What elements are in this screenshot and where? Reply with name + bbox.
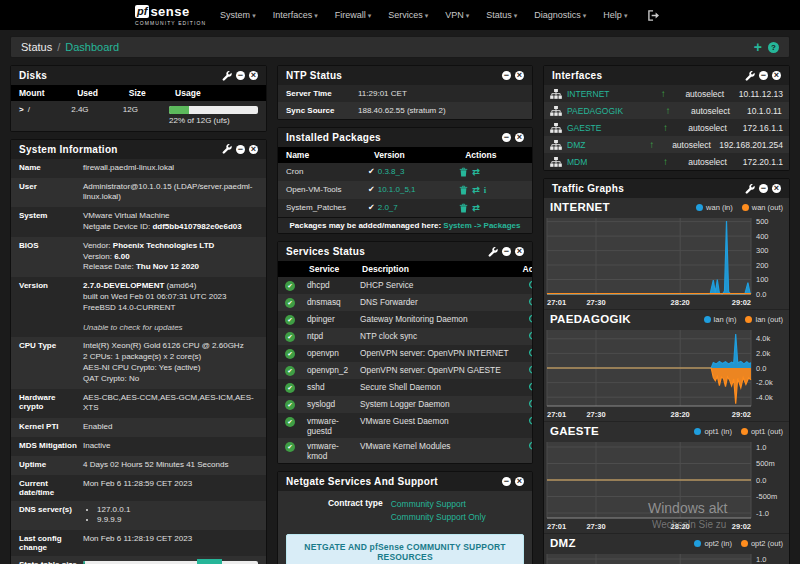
reinstall-icon[interactable]: ⇄ [472, 204, 480, 213]
disk-mount[interactable]: >/ [11, 101, 69, 131]
interface-row: INTERNET↑autoselect10.11.12.13 [544, 85, 789, 102]
menu-vpn[interactable]: VPN▾ [445, 10, 469, 20]
collapse-icon[interactable]: − [502, 71, 511, 80]
restart-icon[interactable] [528, 399, 533, 409]
restart-icon[interactable] [528, 441, 533, 451]
close-icon[interactable]: × [249, 71, 258, 80]
restart-icon[interactable] [528, 348, 533, 358]
menu-firewall[interactable]: Firewall▾ [335, 10, 372, 20]
svg-text:-1.0: -1.0 [756, 509, 769, 518]
interface-link[interactable]: INTERNET [567, 89, 647, 99]
menu-services[interactable]: Services▾ [388, 10, 428, 20]
interface-link[interactable]: MDM [567, 157, 649, 167]
close-icon[interactable]: × [515, 133, 524, 142]
close-icon[interactable]: × [515, 71, 524, 80]
restart-icon[interactable] [528, 297, 533, 307]
interface-link[interactable]: PAEDAGOGIK [567, 106, 651, 116]
column-1: Disks − × Mount Used Size Usage >/2.4G12… [10, 65, 267, 564]
service-row: ✔dnsmasqDNS Forwarder [278, 294, 533, 311]
reinstall-icon[interactable]: ⇄ [472, 168, 480, 177]
restart-icon[interactable] [528, 280, 533, 290]
wrench-icon[interactable] [222, 144, 232, 154]
help-icon[interactable]: ? [768, 42, 779, 53]
restart-icon[interactable] [528, 416, 533, 426]
wrench-icon[interactable] [745, 71, 755, 81]
trash-icon[interactable] [459, 167, 468, 177]
packages-link[interactable]: System -> Packages [443, 221, 520, 230]
package-version-link[interactable]: 2.0_7 [378, 203, 398, 212]
svg-text:27:01: 27:01 [547, 522, 566, 531]
wrench-icon[interactable] [488, 247, 498, 257]
panel-title: Installed Packages [286, 132, 381, 143]
info-icon[interactable]: i [484, 185, 487, 195]
menu-diagnostics[interactable]: Diagnostics▾ [534, 10, 586, 20]
package-name: System_Patches [278, 199, 366, 217]
graph-head: INTERNETwan (in)wan (out) [544, 199, 789, 215]
menu-interfaces[interactable]: Interfaces▾ [273, 10, 318, 20]
wrench-icon[interactable] [745, 184, 755, 194]
collapse-icon[interactable]: − [759, 71, 768, 80]
service-name: dnsmasq [301, 294, 354, 311]
close-icon[interactable]: × [515, 477, 524, 486]
sign-out-icon[interactable] [647, 10, 660, 21]
chevron-down-icon: ▾ [252, 12, 256, 19]
service-actions [515, 294, 533, 311]
sysinfo-row: BIOSVendor: Phoenix Technologies LTDVers… [11, 237, 266, 277]
restart-icon[interactable] [528, 382, 533, 392]
wrench-icon[interactable] [222, 71, 232, 81]
reinstall-icon[interactable]: ⇄ [472, 186, 480, 195]
value-line: AES-NI CPU Crypto: Yes (active) [83, 363, 258, 374]
collapse-icon[interactable]: − [759, 184, 768, 193]
legend-item: lan (out) [745, 315, 783, 324]
svg-text:2.0k: 2.0k [756, 349, 770, 358]
trash-icon[interactable] [459, 203, 468, 213]
service-row: ✔vmware-guestdVMware Guest Daemon [278, 413, 533, 438]
interface-link[interactable]: DMZ [567, 140, 638, 150]
graph-legend: wan (in)wan (out) [696, 203, 783, 212]
contract-link[interactable]: Community Support Only [391, 512, 486, 522]
breadcrumb-page[interactable]: Dashboard [65, 41, 119, 53]
collapse-icon[interactable]: − [502, 247, 511, 256]
svg-text:400: 400 [756, 232, 769, 241]
value-line: built on Wed Feb 01 06:07:31 UTC 2023 [83, 292, 258, 303]
pfsense-logo[interactable]: pf sense COMMUNITY EDITION [135, 4, 206, 26]
menu-help[interactable]: Help▾ [603, 10, 627, 20]
close-icon[interactable]: × [249, 145, 258, 154]
add-widget-icon[interactable]: + [754, 41, 762, 53]
collapse-icon[interactable]: − [502, 477, 511, 486]
svg-text:27:01: 27:01 [547, 298, 566, 307]
disks-panel-header: Disks − × [11, 66, 266, 85]
close-icon[interactable]: × [772, 184, 781, 193]
menu-system[interactable]: System▾ [220, 10, 256, 20]
interface-icon [550, 89, 562, 99]
svg-text:-500m: -500m [756, 492, 777, 501]
restart-icon[interactable] [528, 314, 533, 324]
status-running-icon: ✔ [285, 366, 295, 376]
interface-link[interactable]: GAESTE [567, 123, 649, 133]
column-2: NTP Status − × Server Time11:29:01 CETSy… [277, 65, 533, 564]
close-icon[interactable]: × [772, 71, 781, 80]
collapse-icon[interactable]: − [502, 133, 511, 142]
sysinfo-row: MDS MitigationInactive [11, 437, 266, 456]
chevron-down-icon: ▾ [514, 12, 518, 19]
service-row: ✔syslogdSystem Logger Daemon [278, 396, 533, 413]
package-version-link[interactable]: 10.1.0_5,1 [378, 185, 416, 194]
value-line: 4 Days 02 Hours 52 Minutes 41 Seconds [83, 460, 258, 471]
ntp-table: Server Time11:29:01 CETSync Source188.40… [278, 85, 532, 119]
panel-title: System Information [19, 144, 118, 155]
package-version-link[interactable]: 0.3.8_3 [378, 167, 405, 176]
service-status: ✔ [278, 438, 301, 463]
chevron-right-icon[interactable]: > [19, 105, 24, 114]
row-label: Current date/time [11, 475, 81, 501]
traffic-graph-gaeste: GAESTEopt1 (in)opt1 (out)1.0500m0.0-500m… [544, 422, 789, 534]
restart-icon[interactable] [528, 365, 533, 375]
trash-icon[interactable] [459, 185, 468, 195]
collapse-icon[interactable]: − [236, 71, 245, 80]
interface-row: GAESTE↑autoselect172.16.1.1 [544, 119, 789, 136]
close-icon[interactable]: × [515, 247, 524, 256]
pfsense-logo-icon: pf [135, 5, 149, 18]
restart-icon[interactable] [528, 331, 533, 341]
collapse-icon[interactable]: − [236, 145, 245, 154]
contract-link[interactable]: Community Support [391, 499, 466, 509]
menu-status[interactable]: Status▾ [486, 10, 517, 20]
